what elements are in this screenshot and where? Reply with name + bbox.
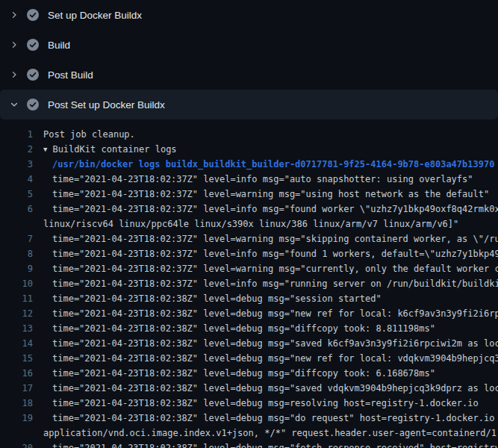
steps-list: Set up Docker Buildx Build Post Bu [0, 0, 498, 119]
step-row-set-up-docker-buildx[interactable]: Set up Docker Buildx [0, 0, 498, 30]
log-line: 5 time="2021-04-23T18:02:37Z" level=warn… [0, 187, 498, 202]
log-line-number[interactable]: 12 [0, 306, 33, 321]
log-line: 18 time="2021-04-23T18:02:38Z" level=deb… [0, 396, 498, 411]
log-message: time="2021-04-23T18:02:37Z" level=warnin… [52, 234, 498, 244]
check-circle-icon [27, 69, 39, 81]
log-line: application/vnd.oci.image.index.v1+json,… [0, 426, 498, 441]
log-line-number[interactable]: 9 [0, 261, 33, 276]
log-line-number[interactable]: 15 [0, 351, 33, 366]
log-line-number[interactable]: 19 [0, 411, 33, 426]
log-line: 13 time="2021-04-23T18:02:38Z" level=deb… [0, 321, 498, 336]
log-message: Post job cleanup. [43, 129, 135, 140]
log-message: time="2021-04-23T18:02:38Z" level=debug … [52, 383, 498, 393]
step-row-build[interactable]: Build [0, 30, 498, 60]
log-line-number[interactable]: 14 [0, 336, 33, 351]
check-circle-icon [27, 99, 39, 111]
log-message: time="2021-04-23T18:02:37Z" level=info m… [52, 174, 473, 184]
step-label: Set up Docker Buildx [48, 10, 142, 21]
log-message: time="2021-04-23T18:02:37Z" level=info m… [52, 249, 498, 259]
log-line: 12 time="2021-04-23T18:02:38Z" level=deb… [0, 306, 498, 321]
log-line: 9 time="2021-04-23T18:02:37Z" level=warn… [0, 261, 498, 276]
log-line-number[interactable]: 18 [0, 396, 33, 411]
log-line-text: time="2021-04-23T18:02:37Z" level=info m… [52, 172, 473, 187]
log-message: time="2021-04-23T18:02:38Z" level=debug … [52, 398, 479, 408]
log-line-number[interactable] [0, 426, 33, 441]
log-line-number[interactable]: 17 [0, 381, 33, 396]
log-line-number[interactable]: 4 [0, 172, 33, 187]
log-message: time="2021-04-23T18:02:37Z" level=warnin… [52, 189, 489, 199]
step-row-post-build[interactable]: Post Build [0, 60, 498, 90]
log-message: time="2021-04-23T18:02:38Z" level=debug … [52, 323, 435, 334]
log-line-text: time="2021-04-23T18:02:38Z" level=debug … [52, 381, 498, 396]
log-message: time="2021-04-23T18:02:37Z" level=info m… [52, 204, 498, 214]
log-line: 10 time="2021-04-23T18:02:37Z" level=inf… [0, 276, 498, 291]
log-line: linux/riscv64 linux/ppc64le linux/s390x … [0, 217, 498, 231]
check-circle-icon [27, 9, 39, 21]
log-line: 1 Post job cleanup. [0, 127, 498, 142]
log-line-number[interactable]: 20 [0, 441, 33, 448]
log-line: 17 time="2021-04-23T18:02:38Z" level=deb… [0, 381, 498, 396]
log-line: 2 ▼BuildKit container logs [0, 142, 498, 157]
log-line-number[interactable]: 8 [0, 246, 33, 261]
log-message: BuildKit container logs [52, 144, 176, 155]
chevron-down-icon [8, 99, 20, 111]
log-line-text: time="2021-04-23T18:02:38Z" level=debug … [52, 396, 479, 411]
log-line-text: time="2021-04-23T18:02:37Z" level=warnin… [52, 187, 489, 202]
log-line: 16 time="2021-04-23T18:02:38Z" level=deb… [0, 366, 498, 381]
log-message: time="2021-04-23T18:02:38Z" level=debug … [52, 293, 382, 304]
log-line-number[interactable]: 6 [0, 202, 33, 217]
check-circle-icon [27, 39, 39, 51]
log-line-text: /usr/bin/docker logs buildx_buildkit_bui… [52, 157, 494, 172]
log-line-text: time="2021-04-23T18:02:38Z" level=debug … [52, 441, 498, 448]
log-line: 20 time="2021-04-23T18:02:38Z" level=deb… [0, 441, 498, 448]
log-line-text: time="2021-04-23T18:02:37Z" level=info m… [52, 202, 498, 217]
log-line-number[interactable]: 7 [0, 231, 33, 246]
log-message: time="2021-04-23T18:02:38Z" level=debug … [52, 308, 498, 319]
log-line-number[interactable]: 11 [0, 291, 33, 306]
log-line-text: time="2021-04-23T18:02:37Z" level=info m… [52, 246, 498, 261]
log-message: time="2021-04-23T18:02:38Z" level=debug … [52, 353, 498, 364]
log-line: 15 time="2021-04-23T18:02:38Z" level=deb… [0, 351, 498, 366]
log-line: 3 /usr/bin/docker logs buildx_buildkit_b… [0, 157, 498, 172]
log-message: /usr/bin/docker logs buildx_buildkit_bui… [52, 159, 494, 169]
chevron-right-icon [8, 39, 20, 51]
log-line-text: Post job cleanup. [43, 127, 135, 142]
log-line-number[interactable]: 5 [0, 187, 33, 202]
log-line-number[interactable]: 10 [0, 276, 33, 291]
step-label: Build [48, 40, 70, 51]
log-message: time="2021-04-23T18:02:38Z" level=debug … [52, 338, 498, 349]
chevron-right-icon [8, 9, 20, 21]
log-line-text: time="2021-04-23T18:02:37Z" level=warnin… [52, 231, 498, 246]
log-line-number[interactable]: 16 [0, 366, 33, 381]
log-message: time="2021-04-23T18:02:37Z" level=info m… [52, 279, 498, 289]
log-message: time="2021-04-23T18:02:38Z" level=debug … [52, 368, 435, 379]
actions-log-viewer: Set up Docker Buildx Build Post Bu [0, 0, 498, 448]
log-line-text[interactable]: ▼BuildKit container logs [43, 142, 177, 157]
log-line: 4 time="2021-04-23T18:02:37Z" level=info… [0, 172, 498, 187]
log-line-number[interactable] [0, 217, 33, 231]
log-line-text: application/vnd.oci.image.index.v1+json,… [43, 426, 498, 441]
log-line: 14 time="2021-04-23T18:02:38Z" level=deb… [0, 336, 498, 351]
step-row-post-set-up-docker-buildx[interactable]: Post Set up Docker Buildx [0, 90, 498, 119]
log-line: 8 time="2021-04-23T18:02:37Z" level=info… [0, 246, 498, 261]
log-line-number[interactable]: 3 [0, 157, 33, 172]
log-line-text: time="2021-04-23T18:02:38Z" level=debug … [52, 306, 498, 321]
log-message: linux/riscv64 linux/ppc64le linux/s390x … [43, 219, 458, 229]
chevron-right-icon [8, 69, 20, 81]
log-message: time="2021-04-23T18:02:37Z" level=warnin… [52, 264, 498, 274]
log-line: 7 time="2021-04-23T18:02:37Z" level=warn… [0, 231, 498, 246]
log-group-expand-icon[interactable]: ▼ [43, 142, 47, 157]
log-message: time="2021-04-23T18:02:38Z" level=debug … [52, 413, 498, 423]
log-line-text: time="2021-04-23T18:02:37Z" level=warnin… [52, 261, 498, 276]
log-area: 1 Post job cleanup. 2 ▼BuildKit containe… [0, 119, 498, 448]
log-line-text: time="2021-04-23T18:02:38Z" level=debug … [52, 366, 435, 381]
log-line: 11 time="2021-04-23T18:02:38Z" level=deb… [0, 291, 498, 306]
log-line: 19 time="2021-04-23T18:02:38Z" level=deb… [0, 411, 498, 426]
log-line-number[interactable]: 13 [0, 321, 33, 336]
log-line-number[interactable]: 1 [0, 127, 33, 142]
log-line-number[interactable]: 2 [0, 142, 33, 157]
log-message: time="2021-04-23T18:02:38Z" level=debug … [52, 443, 498, 448]
log-line-text: time="2021-04-23T18:02:38Z" level=debug … [52, 411, 498, 426]
step-label: Post Set up Docker Buildx [48, 99, 165, 111]
log-line-text: time="2021-04-23T18:02:38Z" level=debug … [52, 291, 382, 306]
